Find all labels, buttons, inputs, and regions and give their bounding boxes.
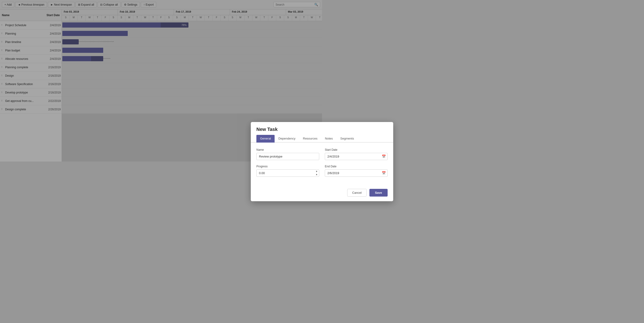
modal-tab-general[interactable]: General: [256, 135, 274, 143]
task-name-input[interactable]: [256, 153, 319, 160]
modal-tab-resources[interactable]: Resources: [299, 135, 321, 143]
name-label: Name: [256, 148, 319, 151]
modal-body: Name Start Date 📅 Progress: [251, 143, 322, 162]
new-task-modal: New Task GeneralDependencyResourcesNotes…: [251, 122, 322, 162]
modal-tab-dependency[interactable]: Dependency: [274, 135, 299, 143]
modal-tab-notes[interactable]: Notes: [321, 135, 322, 143]
modal-tabs: GeneralDependencyResourcesNotesSegments: [251, 135, 322, 143]
modal-backdrop: New Task GeneralDependencyResourcesNotes…: [0, 0, 322, 162]
form-row-1: Name Start Date 📅: [256, 148, 322, 160]
name-group: Name: [256, 148, 319, 160]
modal-title: New Task: [251, 122, 322, 135]
